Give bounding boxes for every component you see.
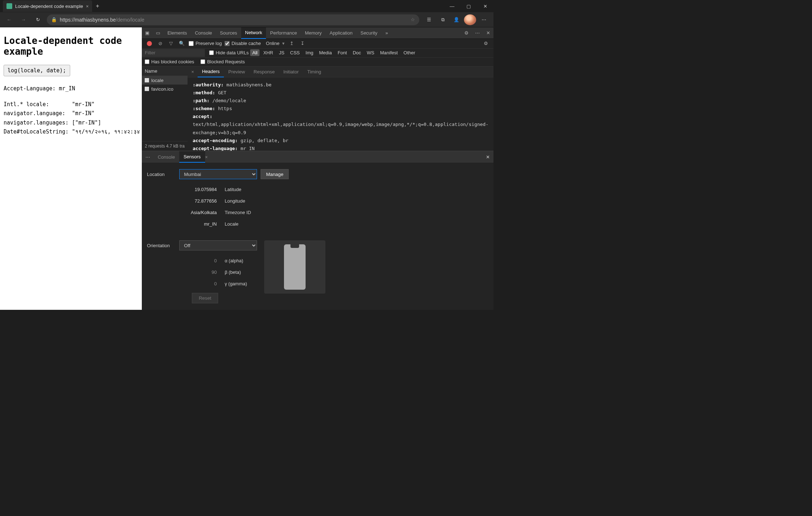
manage-button[interactable]: Manage	[261, 169, 289, 179]
devtools-settings-icon[interactable]: ⚙	[461, 28, 472, 39]
download-icon[interactable]: ↧	[298, 40, 306, 47]
new-tab-button[interactable]: +	[96, 3, 99, 9]
headers-body[interactable]: :authority: mathiasbynens.be :method: GE…	[188, 77, 493, 151]
devtools-close-icon[interactable]: ✕	[483, 28, 493, 39]
beta-value: 90	[179, 270, 225, 275]
sensors-panel: Location Mumbai Manage 19.075984Latitude…	[142, 163, 493, 310]
chip-css[interactable]: CSS	[288, 49, 302, 56]
star-icon[interactable]: ☆	[411, 17, 415, 22]
request-footer: 2 requests 4.7 kB tra	[142, 141, 188, 151]
profile-icon[interactable]: 👤	[450, 14, 463, 25]
url-box[interactable]: 🔒 https://mathiasbynens.be/demo/locale ☆	[47, 14, 419, 25]
output-line: Date#toLocaleString: "१९/११/२०१६, ११:४२:…	[4, 127, 138, 137]
gamma-label: γ (gamma)	[225, 281, 247, 286]
drawer-tab-sensors[interactable]: Sensors	[179, 151, 205, 163]
detail-tab-response[interactable]: Response	[249, 67, 279, 77]
phone-icon	[284, 244, 306, 290]
chip-ws[interactable]: WS	[365, 49, 376, 56]
filter-input[interactable]	[142, 49, 205, 57]
chip-font[interactable]: Font	[335, 49, 349, 56]
log-button[interactable]: log(locale, date);	[4, 65, 70, 76]
drawer-menu-icon[interactable]: ⋯	[142, 154, 153, 160]
hide-data-urls-checkbox[interactable]: Hide data URLs	[209, 50, 249, 55]
detail-tab-timing[interactable]: Timing	[303, 67, 326, 77]
url-text: https://mathiasbynens.be/demo/locale	[60, 17, 408, 23]
network-toolbar: ⊘ ▽ 🔍 Preserve log Disable cache Online …	[142, 39, 493, 49]
chip-other[interactable]: Other	[401, 49, 418, 56]
name-column-header[interactable]: Name	[142, 67, 188, 76]
orientation-preview[interactable]	[264, 240, 325, 294]
detail-tab-preview[interactable]: Preview	[224, 67, 249, 77]
drawer-close-icon[interactable]: ✕	[482, 154, 493, 160]
tab-sources[interactable]: Sources	[216, 27, 241, 39]
network-content: Name locale favicon.ico 2 requests 4.7 k…	[142, 67, 493, 151]
tab-elements[interactable]: Elements	[163, 27, 191, 39]
timezone-label: Timezone ID	[225, 210, 251, 215]
tab-console[interactable]: Console	[191, 27, 216, 39]
inspect-icon[interactable]: ▣	[142, 28, 153, 39]
more-icon[interactable]: ⋯	[478, 14, 490, 25]
record-button[interactable]	[145, 40, 153, 47]
tab-network[interactable]: Network	[241, 27, 266, 39]
avatar[interactable]	[464, 14, 476, 25]
detail-tabs: × Headers Preview Response Initiator Tim…	[188, 67, 493, 77]
disable-cache-checkbox[interactable]: Disable cache	[225, 41, 261, 46]
orientation-select[interactable]: Off	[179, 240, 257, 250]
detail-tab-headers[interactable]: Headers	[198, 67, 224, 77]
reload-button[interactable]: ↻	[32, 14, 43, 25]
tab-performance[interactable]: Performance	[266, 27, 301, 39]
chip-img[interactable]: Img	[303, 49, 316, 56]
browser-tab[interactable]: Locale-dependent code example ×	[3, 0, 92, 12]
forward-button[interactable]: →	[18, 14, 29, 25]
chevron-down-icon[interactable]: ▾	[282, 41, 285, 46]
minimize-icon[interactable]: —	[444, 0, 460, 12]
devtools-menu-icon[interactable]: ⋯	[472, 28, 483, 39]
more-tabs-icon[interactable]: »	[381, 28, 392, 39]
collections-icon[interactable]: ⧉	[437, 14, 449, 25]
latitude-label: Latitude	[225, 187, 241, 192]
drawer: ⋯ Console Sensors × ✕ Location Mumbai Ma…	[142, 151, 493, 310]
throttling-select[interactable]: Online	[266, 41, 280, 46]
close-window-icon[interactable]: ✕	[477, 0, 493, 12]
chip-xhr[interactable]: XHR	[261, 49, 275, 56]
clear-icon[interactable]: ⊘	[156, 40, 164, 47]
upload-icon[interactable]: ↥	[288, 40, 296, 47]
blocked-requests-checkbox[interactable]: Blocked Requests	[200, 59, 245, 64]
back-button[interactable]: ←	[4, 14, 14, 25]
tab-security[interactable]: Security	[356, 27, 381, 39]
network-settings-icon[interactable]: ⚙	[482, 40, 490, 47]
device-toolbar-icon[interactable]: ▭	[153, 28, 163, 39]
chip-all[interactable]: All	[250, 49, 260, 56]
chip-doc[interactable]: Doc	[351, 49, 363, 56]
reset-button[interactable]: Reset	[192, 293, 218, 303]
blocked-row: Has blocked cookies Blocked Requests	[142, 58, 493, 67]
filter-toggle-icon[interactable]: ▽	[167, 40, 175, 47]
drawer-tab-close-icon[interactable]: ×	[205, 154, 211, 160]
doc-icon	[145, 78, 149, 82]
chip-js[interactable]: JS	[277, 49, 287, 56]
devtools-tabs: ▣ ▭ Elements Console Sources Network Per…	[142, 27, 493, 39]
favicon-icon	[6, 3, 12, 9]
page-heading: Locale-dependent code example	[4, 35, 138, 57]
request-row[interactable]: locale	[142, 76, 188, 85]
tab-application[interactable]: Application	[326, 27, 357, 39]
longitude-label: Longitude	[225, 198, 245, 204]
maximize-icon[interactable]: ▢	[460, 0, 477, 12]
search-icon[interactable]: 🔍	[178, 40, 186, 47]
drawer-tab-console[interactable]: Console	[153, 151, 179, 163]
blocked-cookies-checkbox[interactable]: Has blocked cookies	[145, 59, 194, 64]
alpha-value: 0	[179, 258, 225, 263]
location-select[interactable]: Mumbai	[179, 169, 257, 179]
accept-language-line: Accept-Language: mr_IN	[4, 84, 138, 94]
preserve-log-checkbox[interactable]: Preserve log	[189, 41, 222, 46]
detail-tab-initiator[interactable]: Initiator	[279, 67, 303, 77]
request-row[interactable]: favicon.ico	[142, 85, 188, 93]
locale-label: Locale	[225, 221, 238, 227]
favorites-list-icon[interactable]: ☰	[423, 14, 435, 25]
tab-memory[interactable]: Memory	[301, 27, 326, 39]
chip-manifest[interactable]: Manifest	[378, 49, 400, 56]
tab-close-icon[interactable]: ×	[86, 4, 89, 9]
close-detail-icon[interactable]: ×	[188, 69, 198, 74]
chip-media[interactable]: Media	[317, 49, 334, 56]
drawer-tabs: ⋯ Console Sensors × ✕	[142, 151, 493, 163]
